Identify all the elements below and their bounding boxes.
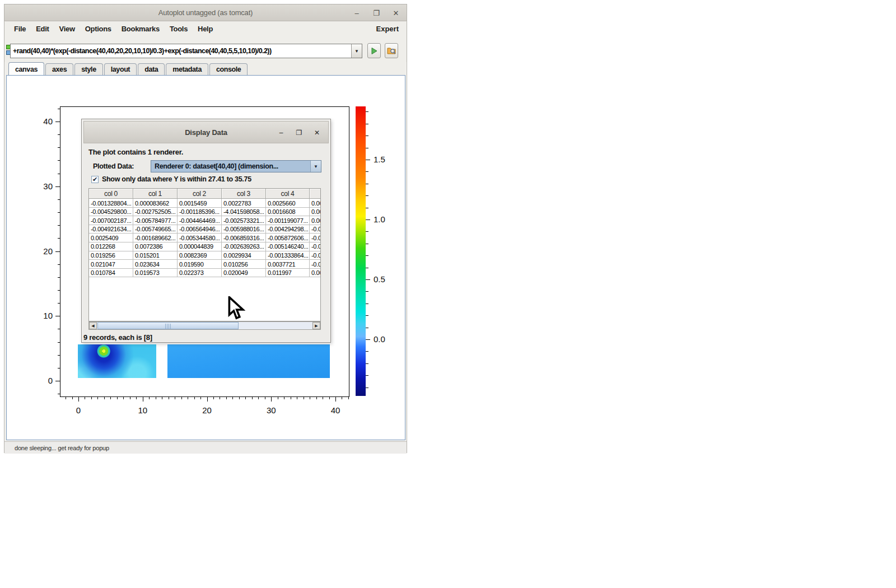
status-bar: done sleeping... get ready for popup bbox=[4, 441, 407, 454]
table-cell: 0.000083662 bbox=[133, 199, 178, 208]
table-cell: 0.0082369 bbox=[178, 251, 222, 260]
menu-view[interactable]: View bbox=[54, 23, 80, 35]
tab-axes[interactable]: axes bbox=[45, 63, 73, 75]
table-row[interactable]: -0.001328804...0.0000836620.00154590.002… bbox=[89, 199, 320, 208]
data-table[interactable]: col 0col 1col 2col 3col 4 -0.001328804..… bbox=[88, 188, 321, 321]
renderer-combobox[interactable]: Renderer 0: dataset[40,40] (dimension...… bbox=[151, 160, 321, 172]
x-minor-tick bbox=[85, 397, 85, 399]
colorbar-minor-tick bbox=[366, 255, 368, 256]
tab-metadata[interactable]: metadata bbox=[166, 63, 208, 75]
go-button[interactable] bbox=[367, 43, 381, 58]
table-row[interactable]: 0.0210470.0236340.0195900.0102560.003772… bbox=[89, 260, 320, 269]
menu-edit[interactable]: Edit bbox=[31, 23, 54, 35]
table-cell: 0.00 bbox=[310, 199, 321, 208]
table-row[interactable]: -0.004529800...-0.002752505...-0.0011853… bbox=[89, 208, 320, 217]
scrollbar-thumb[interactable] bbox=[97, 322, 239, 329]
menu-bookmarks[interactable]: Bookmarks bbox=[116, 23, 165, 35]
x-minor-tick bbox=[278, 397, 278, 399]
scroll-left-button[interactable]: ◀ bbox=[89, 322, 97, 329]
autoplot-window: Autoplot untagged (as tomcat) – ❐ ✕ File… bbox=[4, 4, 407, 453]
x-tick-label: 40 bbox=[324, 405, 347, 415]
minimize-button[interactable]: – bbox=[353, 9, 361, 17]
menu-tools[interactable]: Tools bbox=[165, 23, 193, 35]
y-minor-tick bbox=[58, 277, 60, 278]
colorbar-minor-tick bbox=[366, 124, 368, 124]
x-minor-tick bbox=[200, 397, 201, 399]
x-minor-tick bbox=[284, 397, 284, 399]
table-row[interactable]: -0.004921634...-0.005749665...-0.0065649… bbox=[89, 225, 320, 234]
table-cell: -0.0 bbox=[310, 260, 321, 269]
menu-options[interactable]: Options bbox=[80, 23, 116, 35]
dialog-maximize-button[interactable]: ❐ bbox=[296, 129, 302, 137]
horizontal-scrollbar[interactable]: ◀ ▶ bbox=[88, 321, 321, 330]
filter-checkbox[interactable]: ✔ bbox=[91, 176, 99, 183]
dialog-close-button[interactable]: ✕ bbox=[314, 129, 320, 137]
table-cell: -0.005784977... bbox=[133, 216, 178, 225]
y-minor-tick bbox=[58, 303, 60, 304]
heatmap-strip-left bbox=[78, 344, 156, 378]
x-tick-label: 30 bbox=[260, 405, 282, 415]
tab-data[interactable]: data bbox=[138, 63, 165, 75]
table-cell: 0.019256 bbox=[89, 251, 133, 260]
tab-style[interactable]: style bbox=[74, 63, 103, 75]
x-minor-tick bbox=[156, 397, 156, 399]
table-cell: 0.00 bbox=[310, 269, 321, 278]
colorbar-minor-tick bbox=[366, 244, 368, 244]
menu-file[interactable]: File bbox=[9, 23, 31, 35]
menu-help[interactable]: Help bbox=[193, 23, 218, 35]
table-row[interactable]: 0.0025409-0.001689662...-0.005344580...-… bbox=[89, 234, 320, 242]
y-minor-tick bbox=[58, 264, 60, 265]
uri-dropdown-button[interactable]: ▼ bbox=[351, 44, 362, 58]
colorbar-minor-tick bbox=[366, 388, 368, 388]
table-row[interactable]: 0.0122680.00723860.000044839-0.002639263… bbox=[89, 242, 320, 251]
table-cell: -0.002639263... bbox=[222, 242, 266, 251]
table-cell: -0.004294298... bbox=[266, 225, 310, 234]
colorbar-minor-tick bbox=[366, 231, 368, 232]
table-cell: -0.002573321... bbox=[222, 216, 266, 225]
dialog-minimize-button[interactable]: – bbox=[278, 129, 284, 137]
x-major-tick bbox=[143, 397, 143, 402]
x-major-tick bbox=[271, 397, 272, 402]
tab-canvas[interactable]: canvas bbox=[8, 62, 44, 75]
tab-console[interactable]: console bbox=[209, 63, 248, 75]
table-row[interactable]: -0.007002187...-0.005784977...-0.0044644… bbox=[89, 216, 320, 225]
uri-combobox[interactable]: +rand(40,40)*(exp(-distance(40,40,20,20,… bbox=[10, 44, 362, 58]
table-cell: 0.0029934 bbox=[222, 251, 266, 260]
x-minor-tick bbox=[213, 397, 214, 399]
maximize-button[interactable]: ❐ bbox=[372, 9, 380, 17]
mouse-cursor bbox=[228, 296, 247, 321]
x-minor-tick bbox=[117, 397, 118, 399]
table-cell: 0.0037721 bbox=[266, 260, 310, 269]
x-major-tick bbox=[78, 397, 79, 402]
table-header-cell bbox=[310, 189, 321, 199]
table-cell: -0.001333864... bbox=[266, 251, 310, 260]
x-minor-tick bbox=[265, 397, 265, 399]
x-minor-tick bbox=[149, 397, 150, 399]
uri-input[interactable]: +rand(40,40)*(exp(-distance(40,40,20,20,… bbox=[11, 44, 351, 58]
table-cell: 0.0015459 bbox=[178, 199, 222, 208]
dialog-titlebar[interactable]: Display Data – ❐ ✕ bbox=[83, 121, 329, 143]
table-cell: -0.004464469... bbox=[178, 216, 222, 225]
tab-layout[interactable]: layout bbox=[104, 63, 137, 75]
y-major-tick bbox=[55, 122, 60, 122]
close-button[interactable]: ✕ bbox=[392, 9, 400, 17]
x-tick-label: 20 bbox=[196, 405, 218, 415]
table-cell: -0.001199077... bbox=[266, 216, 310, 225]
table-header-cell: col 0 bbox=[89, 189, 133, 199]
table-cell: -0.001185396... bbox=[178, 208, 222, 217]
plot-canvas[interactable]: 0102030404030201001.51.00.50.0 Display D… bbox=[6, 75, 405, 440]
table-row[interactable]: 0.0107840.0195730.0223730.0200490.011997… bbox=[89, 269, 320, 278]
expert-menu[interactable]: Expert bbox=[376, 25, 399, 33]
renderer-combobox-arrow[interactable]: ▼ bbox=[310, 161, 321, 172]
colorbar-tick-label: 1.5 bbox=[374, 155, 394, 164]
x-minor-tick bbox=[342, 397, 342, 399]
x-major-tick bbox=[207, 397, 208, 402]
dialog-controls: – ❐ ✕ bbox=[278, 122, 320, 144]
table-row[interactable]: 0.0192560.0152010.00823690.0029934-0.001… bbox=[89, 251, 320, 260]
inspect-uri-button[interactable] bbox=[385, 43, 398, 58]
x-minor-tick bbox=[194, 397, 195, 399]
scroll-right-button[interactable]: ▶ bbox=[312, 322, 320, 329]
x-minor-tick bbox=[329, 397, 330, 399]
table-cell: -0.005872606... bbox=[266, 234, 310, 242]
window-titlebar[interactable]: Autoplot untagged (as tomcat) – ❐ ✕ bbox=[4, 4, 407, 21]
